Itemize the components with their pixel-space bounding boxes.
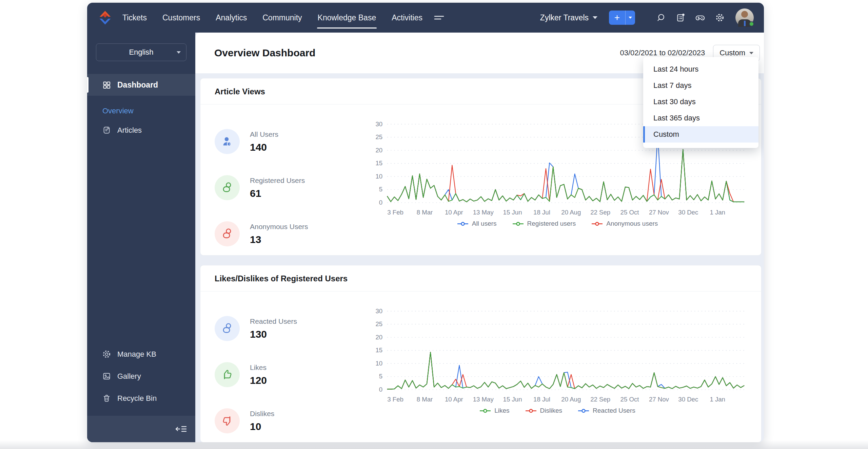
stat-label: Registered Users <box>250 176 305 185</box>
stat-value: 61 <box>250 188 305 199</box>
nav-community[interactable]: Community <box>262 3 302 33</box>
stat-label: All Users <box>250 130 278 138</box>
quick-add-button[interactable]: + <box>609 11 635 25</box>
sidebar-item-dashboard[interactable]: Dashboard <box>87 74 195 96</box>
portal-name: Zylker Travels <box>540 13 589 22</box>
stat-label: Anonymous Users <box>250 223 308 231</box>
series-line <box>387 150 744 202</box>
svg-text:25: 25 <box>375 133 382 141</box>
stat-icon-circle <box>215 408 240 433</box>
gamepad-icon[interactable] <box>695 13 705 22</box>
legend-label: Likes <box>494 407 509 414</box>
legend-item[interactable]: Registered users <box>512 220 576 227</box>
svg-text:18 Jul: 18 Jul <box>533 396 550 403</box>
svg-text:27 Nov: 27 Nov <box>649 396 669 403</box>
zoho-desk-logo-icon[interactable] <box>97 10 113 25</box>
stat-text: Likes 120 <box>250 363 267 386</box>
language-value: English <box>129 48 153 57</box>
more-menu-icon[interactable] <box>433 13 445 22</box>
svg-text:3 Feb: 3 Feb <box>387 396 403 403</box>
legend-item[interactable]: Likes <box>479 407 509 414</box>
stat-icon-circle <box>215 175 240 200</box>
stat-text: Anonymous Users 13 <box>250 223 308 245</box>
nav-analytics[interactable]: Analytics <box>216 3 247 33</box>
stat-label: Dislikes <box>250 410 274 418</box>
stat-icon-circle <box>215 221 240 246</box>
portal-selector[interactable]: Zylker Travels <box>540 13 597 22</box>
search-icon[interactable] <box>656 13 666 22</box>
chevron-down-icon <box>593 16 597 19</box>
svg-text:30 Dec: 30 Dec <box>678 209 698 216</box>
settings-gear-icon[interactable] <box>715 13 725 22</box>
stat-text: All Users 140 <box>250 130 278 153</box>
sidebar: English Dashboard Overview <box>87 33 195 442</box>
sidebar-item-label: Recycle Bin <box>117 394 157 403</box>
svg-text:0: 0 <box>379 199 382 206</box>
thumb-down-icon <box>221 414 234 427</box>
user-avatar[interactable] <box>735 8 754 27</box>
menu-item-custom[interactable]: Custom <box>643 126 758 143</box>
legend-label: Dislikes <box>540 407 562 414</box>
svg-text:13 May: 13 May <box>473 396 494 403</box>
card-title: Likes/Dislikes of Registered Users <box>200 265 761 292</box>
stat-dislikes: Dislikes 10 <box>215 408 368 433</box>
legend-marker-icon <box>512 222 524 226</box>
plus-icon[interactable]: + <box>609 11 625 24</box>
legend-item[interactable]: Dislikes <box>525 407 562 414</box>
svg-text:8 Mar: 8 Mar <box>417 396 433 403</box>
sidebar-item-gallery[interactable]: Gallery <box>87 372 195 381</box>
svg-text:25 Oct: 25 Oct <box>620 396 639 403</box>
svg-text:0: 0 <box>379 386 382 393</box>
menu-item-last-30-days[interactable]: Last 30 days <box>643 94 758 110</box>
svg-text:25 Oct: 25 Oct <box>620 209 639 216</box>
menu-item-last-24-hours[interactable]: Last 24 hours <box>643 61 758 77</box>
svg-text:18 Jul: 18 Jul <box>533 209 550 216</box>
stat-icon-circle <box>215 362 240 387</box>
nav-activities[interactable]: Activities <box>392 3 422 33</box>
chevron-down-icon <box>749 52 753 54</box>
chart-legend: All usersRegistered usersAnonymous users <box>368 220 747 227</box>
nav-knowledge-base[interactable]: Knowledge Base <box>318 3 376 33</box>
svg-text:15: 15 <box>375 160 382 167</box>
svg-text:30: 30 <box>375 307 382 315</box>
sidebar-item-recycle-bin[interactable]: Recycle Bin <box>87 394 195 403</box>
stats-column: All Users 140 <box>215 105 368 246</box>
stat-value: 130 <box>250 329 297 340</box>
svg-text:20: 20 <box>375 334 382 341</box>
quick-add-caret[interactable] <box>626 17 635 19</box>
sidebar-item-articles[interactable]: Articles <box>87 126 195 135</box>
nav-customers[interactable]: Customers <box>162 3 200 33</box>
sidebar-item-manage-kb[interactable]: Manage KB <box>87 350 195 359</box>
svg-text:13 May: 13 May <box>473 209 494 216</box>
menu-item-last-365-days[interactable]: Last 365 days <box>643 110 758 126</box>
collapse-sidebar-icon[interactable] <box>175 424 187 434</box>
legend-marker-icon <box>578 409 589 413</box>
likes-dislikes-line-chart: 0510152025303 Feb8 Mar10 Apr13 May15 Jun… <box>368 306 747 407</box>
svg-text:10 Apr: 10 Apr <box>445 396 463 403</box>
sidebar-item-label: Manage KB <box>117 350 156 359</box>
legend-label: Reacted Users <box>593 407 635 414</box>
trash-icon <box>102 394 111 403</box>
stats-column: Reacted Users 130 <box>215 292 368 433</box>
stat-all-users: All Users 140 <box>215 129 368 154</box>
stat-text: Registered Users 61 <box>250 176 305 199</box>
language-select[interactable]: English <box>96 43 186 61</box>
chart-column: 0510152025303 Feb8 Mar10 Apr13 May15 Jun… <box>368 292 747 433</box>
legend-item[interactable]: Anonymous users <box>591 220 658 227</box>
svg-text:30 Dec: 30 Dec <box>678 396 698 403</box>
legend-item[interactable]: Reacted Users <box>578 407 635 414</box>
svg-text:10: 10 <box>375 360 382 367</box>
nav-tickets[interactable]: Tickets <box>122 3 147 33</box>
dashboard-grid-icon <box>102 80 111 90</box>
stat-registered-users: Registered Users 61 <box>215 175 368 200</box>
sidebar-footer <box>87 416 195 442</box>
stat-value: 140 <box>250 142 278 153</box>
feeds-icon[interactable] <box>676 13 685 22</box>
card-likes-dislikes: Likes/Dislikes of Registered Users <box>200 265 762 442</box>
stat-label: Reacted Users <box>250 317 297 325</box>
menu-item-last-7-days[interactable]: Last 7 days <box>643 77 758 94</box>
sidebar-item-overview[interactable]: Overview <box>87 107 195 115</box>
legend-item[interactable]: All users <box>457 220 497 227</box>
sidebar-item-label: Articles <box>117 126 142 135</box>
legend-label: Anonymous users <box>606 220 658 227</box>
